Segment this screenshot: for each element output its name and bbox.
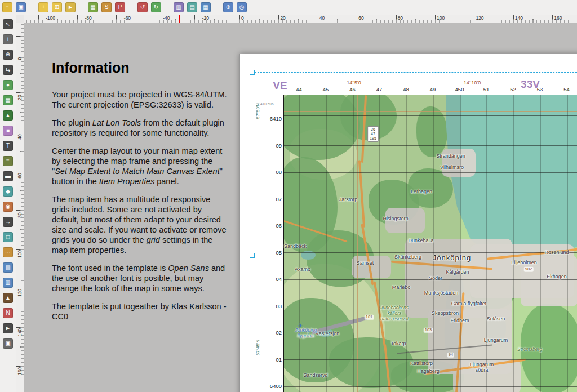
duplicate-layout-icon[interactable]: ⊞	[52, 2, 62, 12]
ruler-number: -60	[124, 15, 131, 21]
ruler-number: 80	[17, 210, 23, 221]
ruler-number: 140	[515, 15, 523, 21]
ruler-number: 160	[554, 15, 562, 21]
add-node-item-icon[interactable]: □	[3, 232, 13, 242]
ruler-number: 100	[437, 15, 445, 21]
text-paragraph: The plugin Lat Lon Tools from the defaul…	[52, 118, 230, 138]
horizontal-ruler[interactable]: -100-80-60-40-20020406080100120140160	[24, 15, 577, 23]
ruler-number: 80	[398, 15, 403, 21]
ruler-number: 100	[17, 248, 23, 260]
selection-handle-topleft[interactable]	[250, 70, 255, 75]
ruler-number: 60	[358, 15, 363, 21]
statistics-icon[interactable]: ▤	[187, 2, 197, 12]
grid-icon[interactable]: ▦	[201, 2, 211, 12]
ruler-number: 0	[241, 15, 244, 21]
add-map-icon[interactable]: ▦	[3, 95, 13, 105]
ruler-number: -20	[202, 15, 209, 21]
add-fixed-table-icon[interactable]: ▥	[3, 278, 13, 288]
export-pdf-icon[interactable]: P	[115, 2, 125, 12]
zoom-full-icon[interactable]: ◎	[237, 2, 247, 12]
text-paragraph: The map item has a multitude of responsi…	[52, 194, 230, 255]
layout-canvas[interactable]: Information Your project must be project…	[24, 23, 577, 392]
refresh-view-icon[interactable]: ↻	[151, 2, 161, 12]
new-layout-icon[interactable]: +	[38, 2, 48, 12]
text-paragraph: Your project must be projected in WGS-84…	[52, 90, 230, 110]
pan-layout-icon[interactable]: +	[3, 34, 13, 44]
add-north-arrow-icon[interactable]: N	[3, 308, 13, 318]
ruler-cursor-marker	[179, 15, 180, 23]
text-item-title: Information	[52, 60, 230, 76]
ruler-number: 40	[17, 131, 23, 142]
ruler-number: 120	[17, 287, 23, 299]
add-legend-icon[interactable]: ≡	[3, 156, 13, 166]
zoom-in-icon[interactable]: ⊕	[223, 2, 233, 12]
open-layout-icon[interactable]: ►	[65, 2, 76, 12]
add-elevation-profile-icon[interactable]: ▲	[3, 293, 13, 303]
revert-icon[interactable]: ↺	[137, 2, 148, 12]
ruler-number: -80	[85, 15, 91, 21]
ruler-number: -40	[163, 15, 170, 21]
add-html-icon[interactable]: ⋯	[3, 247, 13, 257]
selection-handle-midleft[interactable]	[250, 253, 255, 258]
export-image-icon[interactable]: ▦	[88, 2, 98, 12]
save-project-icon[interactable]: ▣	[16, 2, 26, 12]
text-paragraph: The template is put togeather by Klas Ka…	[52, 301, 230, 322]
ruler-number: 0	[17, 53, 23, 64]
add-arrow-icon[interactable]: →	[3, 217, 13, 227]
add-marker-icon[interactable]: ◉	[3, 202, 13, 212]
add-chart-icon[interactable]: ▥	[174, 2, 184, 12]
export-svg-icon[interactable]: S	[101, 2, 112, 12]
ruler-number: 60	[17, 170, 23, 181]
add-label-icon[interactable]: T	[3, 141, 13, 151]
text-paragraph: The font used in the template is Open Sa…	[52, 263, 230, 293]
add-scalebar-icon[interactable]: ▬	[3, 171, 13, 181]
left-item-toolbar: ↖+⊕⇆●▦▲■T≡▬◆◉→□⋯▤▥▲N►▣	[0, 15, 16, 392]
ruler-number: -100	[46, 15, 55, 21]
lock-items-icon[interactable]: ▣	[3, 338, 13, 349]
move-item-content-icon[interactable]: ⇆	[3, 65, 13, 75]
zoom-tool-icon[interactable]: ⊕	[3, 50, 13, 60]
atlas-toolbar-icon[interactable]: ►	[3, 323, 13, 333]
layout-manager-icon[interactable]: ≡	[2, 2, 12, 12]
ruler-number: 20	[280, 15, 285, 21]
text-item-body: Your project must be projected in WGS-84…	[52, 90, 230, 322]
ruler-number: 20	[17, 92, 23, 103]
edit-nodes-item-icon[interactable]: ●	[3, 80, 13, 90]
text-item[interactable]: Information Your project must be project…	[52, 60, 230, 329]
ruler-number: 140	[17, 327, 23, 338]
text-paragraph: Center the map layout to your main map e…	[52, 146, 230, 186]
add-shape-icon[interactable]: ◆	[3, 186, 13, 197]
map-grid-lines	[284, 95, 577, 392]
ruler-number: 120	[476, 15, 483, 21]
ruler-corner	[16, 15, 24, 23]
top-toolbar: ≡▣+⊞►▦SP↺↻▥▤▦⊕◎	[0, 0, 577, 15]
ruler-number: 40	[319, 15, 325, 21]
vertical-ruler[interactable]: 020406080100120140160	[16, 23, 24, 392]
select-move-item-icon[interactable]: ↖	[3, 19, 13, 29]
map-item[interactable]	[283, 95, 577, 392]
add-picture-icon[interactable]: ■	[3, 126, 13, 136]
ruler-number: 160	[17, 366, 23, 377]
add-attribute-table-icon[interactable]: ▤	[3, 262, 13, 273]
add-3d-map-icon[interactable]: ▲	[3, 110, 13, 121]
